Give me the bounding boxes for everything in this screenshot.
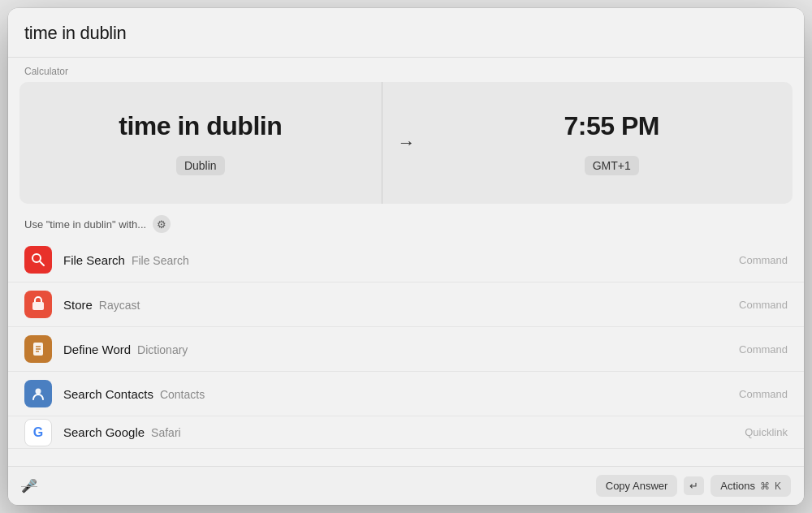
list-item[interactable]: Define Word Dictionary Command xyxy=(8,327,804,372)
main-window: Calculator time in dublin Dublin → 7:55 … xyxy=(8,8,804,505)
calc-right: 7:55 PM GMT+1 xyxy=(431,82,793,204)
list-item-content: File Search File Search xyxy=(63,253,739,267)
list-item-shortcut: Quicklink xyxy=(745,426,788,438)
list-item-subtitle: Safari xyxy=(151,426,181,439)
search-bar xyxy=(8,8,804,58)
list-item-shortcut: Command xyxy=(739,299,788,311)
calc-arrow: → xyxy=(382,82,431,204)
calc-result: 7:55 PM xyxy=(564,111,659,141)
list-item-content: Search Contacts Contacts xyxy=(63,387,739,401)
footer-right: Copy Answer ↵ Actions ⌘ K xyxy=(596,475,791,497)
list-item-title: Search Contacts xyxy=(63,387,153,401)
list-item-content: Store Raycast xyxy=(63,298,739,312)
footer-left: 🎤 xyxy=(21,478,596,494)
gear-button[interactable]: ⚙ xyxy=(153,215,171,233)
actions-label: Actions xyxy=(720,480,755,492)
search-input[interactable] xyxy=(24,23,788,44)
list-item[interactable]: Search Contacts Contacts Command xyxy=(8,372,804,416)
svg-point-7 xyxy=(36,389,41,394)
list-item-subtitle: File Search xyxy=(132,254,189,267)
list-item-shortcut: Command xyxy=(739,254,788,266)
use-with-text: Use "time in dublin" with... xyxy=(24,218,146,231)
list-item-title: Search Google xyxy=(63,425,145,439)
calc-left: time in dublin Dublin xyxy=(19,82,382,204)
list-item-content: Define Word Dictionary xyxy=(63,343,739,356)
define-icon xyxy=(24,335,52,363)
list-container: File Search File Search Command Store Ra… xyxy=(8,238,804,466)
list-item-shortcut: Command xyxy=(739,388,788,400)
contacts-icon xyxy=(24,380,52,407)
google-icon: G xyxy=(24,419,52,446)
svg-line-1 xyxy=(40,261,44,265)
list-item-title: Store xyxy=(63,298,93,312)
file-search-icon xyxy=(24,246,52,274)
list-item-title: File Search xyxy=(63,253,125,267)
list-item[interactable]: G Search Google Safari Quicklink xyxy=(8,416,804,449)
calc-query: time in dublin xyxy=(119,111,282,141)
list-item-shortcut: Command xyxy=(739,343,788,356)
calculator-card: time in dublin Dublin → 7:55 PM GMT+1 xyxy=(19,82,793,204)
calc-timezone-badge: GMT+1 xyxy=(585,156,639,175)
store-icon xyxy=(24,291,52,318)
footer: 🎤 Copy Answer ↵ Actions ⌘ K xyxy=(8,466,804,505)
cmd-key: ⌘ xyxy=(760,481,770,492)
list-item-subtitle: Dictionary xyxy=(137,343,188,356)
list-item-subtitle: Contacts xyxy=(160,388,205,401)
actions-button[interactable]: Actions ⌘ K xyxy=(710,475,791,497)
list-item-title: Define Word xyxy=(63,343,131,356)
mic-icon: 🎤 xyxy=(21,478,37,494)
list-item[interactable]: File Search File Search Command xyxy=(8,238,804,282)
list-item[interactable]: Store Raycast Command xyxy=(8,282,804,327)
copy-answer-button[interactable]: Copy Answer xyxy=(596,475,678,497)
enter-key: ↵ xyxy=(684,476,704,495)
gear-icon: ⚙ xyxy=(157,218,166,231)
svg-rect-2 xyxy=(32,302,44,310)
calc-location-badge: Dublin xyxy=(176,156,225,175)
list-item-subtitle: Raycast xyxy=(99,299,140,312)
k-key: K xyxy=(775,481,781,492)
section-label-calculator: Calculator xyxy=(8,58,804,82)
use-with-bar: Use "time in dublin" with... ⚙ xyxy=(8,204,804,238)
list-item-content: Search Google Safari xyxy=(63,425,745,439)
